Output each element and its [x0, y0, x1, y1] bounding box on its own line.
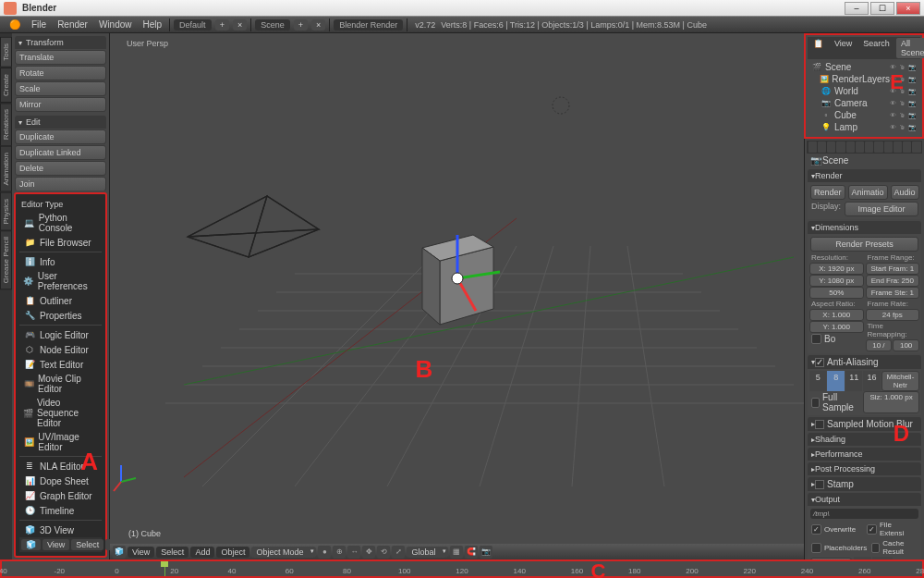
outliner-toggle-icon[interactable]: 📷	[908, 112, 917, 119]
move-gizmo-icon[interactable]: ✥	[362, 546, 375, 559]
snap-icon[interactable]: 🧲	[465, 546, 478, 559]
transform-panel-header[interactable]: Transform	[15, 36, 106, 49]
fps-field[interactable]: 24 fps	[866, 309, 920, 321]
cache-checkbox[interactable]	[871, 543, 880, 553]
editor-item-movie-clip-editor[interactable]: 🎞️Movie Clip Editor	[19, 372, 102, 396]
editor-type-icon[interactable]: 🧊	[113, 546, 126, 559]
scale-gizmo-icon[interactable]: ⤢	[392, 546, 405, 559]
outliner-toggle-icon[interactable]: 🖱	[899, 112, 907, 119]
prop-tab-particles[interactable]	[903, 141, 911, 153]
mode-dropdown[interactable]: Object Mode	[251, 547, 316, 558]
delete-button[interactable]: Delete	[15, 161, 106, 176]
editor-item-nla-editor[interactable]: ≣NLA Editor	[19, 459, 102, 473]
prop-tab-material[interactable]	[884, 141, 893, 153]
rotate-button[interactable]: Rotate	[15, 66, 106, 80]
blender-logo-icon[interactable]: 🟠	[4, 19, 26, 30]
outliner-toggle-icon[interactable]: 📷	[908, 100, 917, 107]
vtab-tools[interactable]: Tools	[0, 37, 12, 68]
engine-dropdown[interactable]: Blender Render	[334, 19, 403, 31]
outliner-toggle-icon[interactable]: 📷	[908, 76, 917, 83]
render-section-header[interactable]: Render	[808, 169, 921, 182]
aspect-y-field[interactable]: Y: 1.000	[809, 321, 864, 333]
layout-dropdown[interactable]: Default	[174, 19, 212, 31]
duplicate-linked-button[interactable]: Duplicate Linked	[15, 145, 106, 160]
res-y-field[interactable]: Y: 1080 px	[809, 275, 864, 287]
remap-new-field[interactable]: 100	[893, 339, 919, 351]
dimensions-section-header[interactable]: Dimensions	[808, 221, 921, 234]
frame-start-field[interactable]: Start Fram: 1	[866, 263, 920, 275]
prop-tab-object[interactable]	[846, 141, 855, 153]
outliner-filter[interactable]: All Scenes	[896, 38, 924, 58]
outliner-editor-icon[interactable]: 📋	[808, 38, 828, 58]
prop-tab-world[interactable]	[836, 141, 845, 153]
editor-item-python-console[interactable]: 💻Python Console	[19, 211, 102, 235]
outliner-toggle-icon[interactable]: 👁	[890, 64, 898, 71]
outliner-item[interactable]: 🎬Scene👁🖱📷	[811, 61, 917, 73]
outliner-toggle-icon[interactable]: 🖱	[899, 88, 907, 95]
overwrite-checkbox[interactable]: ✓	[811, 524, 821, 535]
editor-item-timeline[interactable]: 🕒Timeline	[19, 503, 102, 518]
editor-item-info[interactable]: ℹ️Info	[19, 254, 102, 269]
mirror-button[interactable]: Mirror	[15, 97, 106, 112]
frame-end-field[interactable]: End Fra: 250	[866, 275, 920, 287]
menu-window[interactable]: Window	[93, 19, 138, 30]
outliner-item[interactable]: 🖼️RenderLayers👁🖱📷	[811, 73, 917, 85]
aa-16[interactable]: 16	[863, 371, 880, 391]
minimize-button[interactable]: –	[845, 2, 869, 15]
vtab-relations[interactable]: Relations	[0, 103, 12, 146]
3d-viewport[interactable]: User Persp	[110, 33, 804, 560]
aa-size-field[interactable]: Siz: 1.000 px	[863, 391, 919, 413]
outliner-toggle-icon[interactable]: 🖱	[899, 124, 907, 131]
playhead[interactable]	[164, 561, 165, 576]
vtab-animation[interactable]: Animation	[0, 146, 12, 192]
footer-editor-icon[interactable]: 🧊	[21, 539, 41, 550]
translate-button[interactable]: Translate	[15, 50, 106, 65]
editor-item-uv-image-editor[interactable]: 🖼️UV/Image Editor	[19, 430, 102, 454]
close-button[interactable]: ×	[896, 2, 920, 15]
aa-filter-dropdown[interactable]: Mitchell-Netr	[881, 371, 919, 391]
layout-add-icon[interactable]: +	[215, 19, 229, 31]
footer-select[interactable]: Select	[71, 539, 103, 550]
performance-header[interactable]: Performance	[808, 448, 921, 461]
outliner-toggle-icon[interactable]: 🖱	[899, 100, 907, 107]
outliner-item[interactable]: 📷Camera👁🖱📷	[811, 97, 917, 109]
shading-header[interactable]: Shading	[808, 433, 921, 446]
scene-dropdown[interactable]: Scene	[255, 19, 290, 31]
pivot-icon[interactable]: ⊕	[333, 546, 346, 559]
editor-item-text-editor[interactable]: 📝Text Editor	[19, 357, 102, 372]
outliner-toggle-icon[interactable]: 👁	[890, 112, 898, 119]
aspect-x-field[interactable]: X: 1.000	[809, 309, 864, 321]
aa-11[interactable]: 11	[845, 371, 862, 391]
vtab-physics[interactable]: Physics	[0, 192, 12, 231]
editor-item-graph-editor[interactable]: 📈Graph Editor	[19, 488, 102, 503]
output-path-field[interactable]: /tmp\	[810, 509, 918, 519]
outliner-toggle-icon[interactable]: 📷	[908, 124, 917, 131]
prop-tab-scene[interactable]	[827, 141, 835, 153]
prop-tab-physics[interactable]	[912, 141, 920, 153]
editor-item-logic-editor[interactable]: 🎮Logic Editor	[19, 327, 102, 342]
outliner-toggle-icon[interactable]: 👁	[890, 88, 898, 95]
manipulator-icon[interactable]: ↔	[347, 546, 360, 559]
aa-section-header[interactable]: ✓Anti-Aliasing	[808, 355, 921, 369]
scene-add-icon[interactable]: +	[294, 19, 308, 31]
render-presets-dropdown[interactable]: Render Presets	[810, 237, 918, 252]
prop-tab-layers[interactable]	[818, 141, 826, 153]
outliner-toggle-icon[interactable]: 👁	[890, 76, 898, 83]
display-dropdown[interactable]: Image Editor	[845, 202, 918, 216]
outliner-item[interactable]: 💡Lamp👁🖱📷	[811, 121, 917, 133]
output-header[interactable]: Output	[808, 493, 921, 506]
duplicate-button[interactable]: Duplicate	[15, 129, 106, 144]
frame-step-field[interactable]: Frame Ste: 1	[866, 287, 920, 299]
viewport-object-menu[interactable]: Object	[216, 547, 249, 558]
prop-tab-modifiers[interactable]	[865, 141, 873, 153]
maximize-button[interactable]: ☐	[870, 2, 894, 15]
outliner-search[interactable]: Search	[858, 38, 894, 58]
editor-item-dope-sheet[interactable]: 📊Dope Sheet	[19, 473, 102, 488]
outliner-toggle-icon[interactable]: 📷	[908, 64, 917, 71]
menu-render[interactable]: Render	[52, 19, 93, 30]
shading-solid-icon[interactable]: ●	[318, 546, 331, 559]
full-sample-checkbox[interactable]	[811, 398, 820, 408]
audio-button[interactable]: Audio	[891, 185, 919, 200]
placeholders-checkbox[interactable]	[811, 543, 821, 553]
editor-item-user-preferences[interactable]: ⚙️User Preferences	[19, 269, 102, 293]
